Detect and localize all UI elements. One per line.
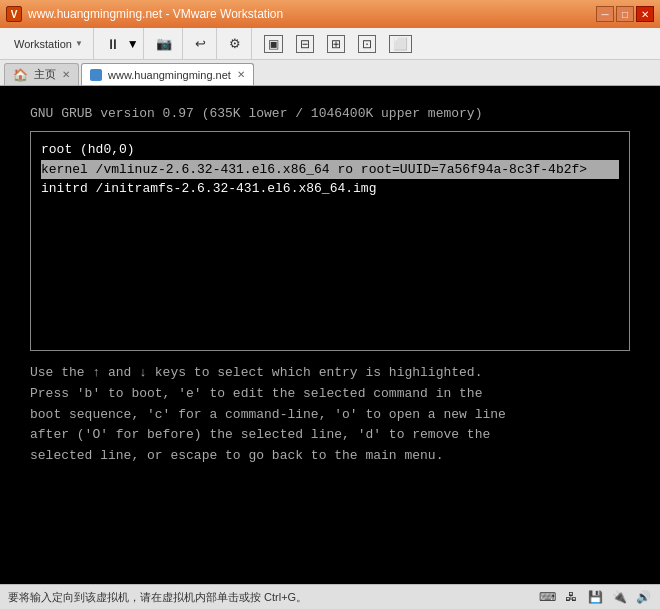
sound-icon: 🔊: [636, 590, 651, 604]
grub-help-line-4: after ('O' for before) the selected line…: [30, 425, 630, 446]
view-controls-group: ▣ ⊟ ⊞ ⊡ ⬜: [254, 28, 422, 59]
vm-display-area[interactable]: GNU GRUB version 0.97 (635K lower / 1046…: [0, 86, 660, 584]
keyboard-icon: ⌨: [539, 590, 556, 604]
view-button3[interactable]: ⊞: [321, 32, 351, 56]
grub-help-text: Use the ↑ and ↓ keys to select which ent…: [30, 363, 630, 467]
pause-icon: ⏸: [106, 36, 120, 52]
grub-line-2-selected: kernel /vmlinuz-2.6.32-431.el6.x86_64 ro…: [41, 160, 619, 180]
title-text: www.huangmingming.net - VMware Workstati…: [28, 7, 283, 21]
status-icons: ⌨ 🖧 💾 🔌 🔊: [538, 589, 652, 605]
status-icon-usb: 🔌: [610, 589, 628, 605]
title-controls: ─ □ ✕: [596, 6, 654, 22]
workstation-menu-button[interactable]: Workstation ▼: [8, 32, 89, 56]
minimize-button[interactable]: ─: [596, 6, 614, 22]
workstation-dropdown-arrow: ▼: [75, 39, 83, 48]
tab-home-close[interactable]: ✕: [62, 69, 70, 80]
close-button[interactable]: ✕: [636, 6, 654, 22]
view-icon3: ⊞: [327, 35, 345, 53]
view-icon1: ▣: [264, 35, 283, 53]
home-icon: 🏠: [13, 68, 28, 82]
playback-controls-group: ⏸ ▼: [96, 28, 144, 59]
grub-line-1: root (hd0,0): [41, 140, 619, 160]
tab-home-label: 主页: [34, 67, 56, 82]
status-bar: 要将输入定向到该虚拟机，请在虚拟机内部单击或按 Ctrl+G。 ⌨ 🖧 💾 🔌 …: [0, 584, 660, 609]
title-bar-left: V www.huangmingming.net - VMware Worksta…: [6, 6, 283, 22]
snapshot-controls-group: 📷: [146, 28, 183, 59]
revert-button[interactable]: ↩: [189, 32, 212, 56]
vm-tab-icon: [90, 69, 102, 81]
view-button4[interactable]: ⊡: [352, 32, 382, 56]
tab-vm[interactable]: www.huangmingming.net ✕: [81, 63, 254, 85]
title-bar: V www.huangmingming.net - VMware Worksta…: [0, 0, 660, 28]
vm-settings-button[interactable]: ⚙: [223, 32, 247, 56]
tab-home[interactable]: 🏠 主页 ✕: [4, 63, 79, 85]
tab-bar: 🏠 主页 ✕ www.huangmingming.net ✕: [0, 60, 660, 86]
tab-vm-close[interactable]: ✕: [237, 69, 245, 80]
settings-icon: ⚙: [229, 36, 241, 51]
workstation-menu-group: Workstation ▼: [4, 28, 94, 59]
pause-button[interactable]: ⏸: [100, 32, 126, 56]
vmware-icon: V: [6, 6, 22, 22]
view-icon4: ⊡: [358, 35, 376, 53]
grub-line-3: initrd /initramfs-2.6.32-431.el6.x86_64.…: [41, 179, 619, 199]
status-icon-disk: 💾: [586, 589, 604, 605]
pause-dropdown-arrow: ▼: [127, 37, 139, 51]
view-button1[interactable]: ▣: [258, 32, 289, 56]
grub-help-line-5: selected line, or escape to go back to t…: [30, 446, 630, 467]
restore-button[interactable]: □: [616, 6, 634, 22]
status-text: 要将输入定向到该虚拟机，请在虚拟机内部单击或按 Ctrl+G。: [8, 590, 532, 605]
view-icon5: ⬜: [389, 35, 412, 53]
grub-help-line-2: Press 'b' to boot, 'e' to edit the selec…: [30, 384, 630, 405]
grub-menu-box: root (hd0,0) kernel /vmlinuz-2.6.32-431.…: [30, 131, 630, 351]
grub-menu-content: root (hd0,0) kernel /vmlinuz-2.6.32-431.…: [41, 140, 619, 199]
grub-help-line-1: Use the ↑ and ↓ keys to select which ent…: [30, 363, 630, 384]
revert-controls-group: ↩: [185, 28, 217, 59]
snapshot-icon: 📷: [156, 36, 172, 51]
workstation-label: Workstation: [14, 38, 72, 50]
grub-header: GNU GRUB version 0.97 (635K lower / 1046…: [30, 106, 630, 121]
revert-icon: ↩: [195, 36, 206, 51]
status-icon-network: 🖧: [562, 589, 580, 605]
view-button2[interactable]: ⊟: [290, 32, 320, 56]
network-icon: 🖧: [565, 590, 577, 604]
view-icon2: ⊟: [296, 35, 314, 53]
toolbar: Workstation ▼ ⏸ ▼ 📷 ↩ ⚙ ▣ ⊟ ⊞: [0, 28, 660, 60]
usb-icon: 🔌: [612, 590, 627, 604]
view-button5[interactable]: ⬜: [383, 32, 418, 56]
disk-icon: 💾: [588, 590, 603, 604]
grub-help-line-3: boot sequence, 'c' for a command-line, '…: [30, 405, 630, 426]
vm-settings-group: ⚙: [219, 28, 252, 59]
status-icon-sound: 🔊: [634, 589, 652, 605]
tab-vm-label: www.huangmingming.net: [108, 69, 231, 81]
status-icon-keyboard: ⌨: [538, 589, 556, 605]
snapshot-button[interactable]: 📷: [150, 32, 178, 56]
